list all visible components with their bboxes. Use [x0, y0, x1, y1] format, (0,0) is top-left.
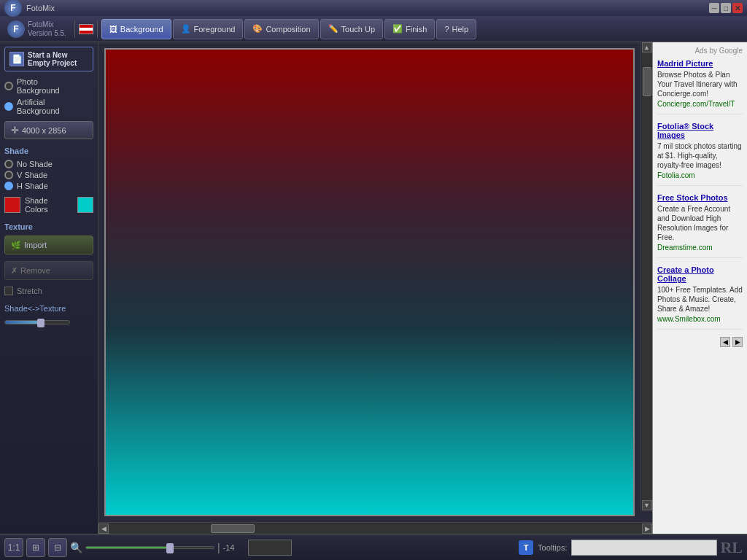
ads-prev-button[interactable]: ◀ — [720, 337, 730, 347]
ads-next-button[interactable]: ▶ — [732, 337, 743, 347]
ad-block-2: Free Stock Photos Create a Free Account … — [657, 193, 743, 258]
artificial-bg-label: ArtificialBackground — [17, 98, 60, 115]
v-shade-radio[interactable]: V Shade — [4, 171, 93, 179]
ad-text-1: 7 mil stock photos starting at $1. High-… — [657, 141, 743, 170]
photo-background-radio[interactable]: PhotoBackground — [4, 77, 93, 95]
tooltip-bar: T Tooltips: — [519, 540, 717, 556]
help-tab[interactable]: ? Help — [436, 19, 476, 39]
shade-options-group: No Shade V Shade H Shade — [4, 160, 93, 190]
touchup-tab[interactable]: ✏️ Touch Up — [320, 19, 383, 39]
ad-text-2: Create a Free Account and Download High … — [657, 204, 743, 242]
ad-text-3: 100+ Free Templates. Add Photos & Music.… — [657, 285, 743, 314]
remove-icon: ✗ — [11, 266, 18, 276]
finish-tab[interactable]: ✅ Finish — [384, 19, 435, 39]
zoom-value: -14 — [223, 543, 245, 552]
logo-area: F FotoMix Version 5.5. — [3, 20, 71, 38]
grid-button[interactable]: ⊟ — [48, 538, 67, 557]
import-button[interactable]: 🌿 Import — [4, 236, 93, 254]
shade-texture-track[interactable] — [4, 320, 70, 324]
watermark: RL — [720, 538, 743, 557]
tooltip-input[interactable] — [571, 540, 717, 556]
shade-color-2-swatch[interactable] — [77, 197, 93, 213]
help-icon: ? — [444, 25, 449, 34]
no-shade-radio[interactable]: No Shade — [4, 160, 93, 168]
artificial-background-radio[interactable]: ArtificialBackground — [4, 98, 93, 115]
size-button[interactable]: ✛ 4000 x 2856 — [4, 121, 93, 139]
new-project-label: Start a New Empty Project — [28, 51, 77, 67]
foreground-icon: 👤 — [181, 24, 191, 34]
size-icon: ✛ — [11, 125, 19, 136]
scroll-down-button[interactable]: ▼ — [642, 500, 652, 510]
finish-icon: ✅ — [392, 24, 403, 34]
app-version: FotoMix Version 5.5. — [28, 20, 66, 38]
ad-url-0[interactable]: Concierge.com/Travel/T — [657, 100, 743, 108]
texture-section-label: Texture — [4, 222, 93, 231]
v-shade-label: V Shade — [17, 171, 47, 179]
maximize-button[interactable]: □ — [721, 3, 731, 13]
ad-title-2[interactable]: Free Stock Photos — [657, 193, 743, 202]
help-label: Help — [452, 25, 469, 34]
vertical-scrollbar[interactable]: ▲ ▼ — [640, 42, 652, 510]
remove-button[interactable]: ✗ Remove — [4, 261, 93, 280]
vertical-scroll-thumb[interactable] — [643, 67, 651, 96]
toolbar-separator-1 — [74, 20, 75, 38]
horizontal-scrollbar[interactable]: ◀ ▶ — [98, 522, 652, 534]
toolbar-separator-2 — [97, 20, 98, 38]
tooltip-label: Tooltips: — [538, 543, 567, 552]
shade-texture-thumb[interactable] — [37, 319, 44, 327]
artificial-bg-radio-dot — [4, 102, 13, 111]
zoom-input[interactable] — [248, 540, 292, 556]
ad-block-0: Madrid Picture Browse Photos & Plan Your… — [657, 59, 743, 114]
stretch-row: Stretch — [4, 287, 93, 295]
scroll-right-button[interactable]: ▶ — [642, 524, 652, 534]
gradient-canvas[interactable] — [104, 48, 635, 516]
import-icon: 🌿 — [11, 241, 21, 250]
composition-tab[interactable]: 🎨 Composition — [244, 19, 318, 39]
zoom-1-1-button[interactable]: 1:1 — [4, 538, 23, 557]
shade-colors-label: Shade Colors — [25, 196, 73, 214]
ad-url-1[interactable]: Fotolia.com — [657, 171, 743, 179]
size-label: 4000 x 2856 — [22, 126, 66, 135]
photo-bg-radio-dot — [4, 82, 13, 90]
main-content: 📄 Start a New Empty Project PhotoBackgro… — [0, 42, 747, 534]
h-shade-dot — [4, 182, 13, 190]
shade-texture-label: Shade<->Texture — [4, 304, 93, 313]
shade-color-1-swatch[interactable] — [4, 197, 20, 213]
stretch-label: Stretch — [17, 287, 42, 295]
foreground-tab[interactable]: 👤 Foreground — [173, 19, 244, 39]
shade-section-label: Shade — [4, 147, 93, 155]
minimize-button[interactable]: ─ — [709, 3, 719, 13]
photo-bg-label: PhotoBackground — [17, 77, 60, 95]
zoom-out-icon[interactable]: 🔍 — [70, 542, 82, 553]
horizontal-scroll-thumb[interactable] — [211, 524, 255, 533]
zoom-thumb[interactable] — [166, 543, 174, 553]
zoom-track[interactable] — [85, 546, 214, 549]
ad-url-2[interactable]: Dreamstime.com — [657, 244, 743, 252]
titlebar-controls[interactable]: ─ □ ✕ — [709, 3, 743, 13]
ads-header: Ads by Google — [657, 47, 743, 55]
flag-icon[interactable] — [79, 24, 93, 34]
tooltip-icon: T — [519, 540, 533, 555]
ad-title-0[interactable]: Madrid Picture — [657, 59, 743, 68]
close-button[interactable]: ✕ — [732, 3, 743, 13]
vertical-scroll-track[interactable] — [642, 52, 652, 500]
zoom-fill — [86, 547, 169, 548]
scroll-up-button[interactable]: ▲ — [642, 42, 652, 52]
background-tab[interactable]: 🖼 Background — [101, 19, 171, 39]
new-project-icon: 📄 — [9, 52, 24, 66]
new-project-button[interactable]: 📄 Start a New Empty Project — [4, 47, 93, 71]
horizontal-scroll-track[interactable] — [109, 524, 642, 534]
ad-title-1[interactable]: Fotolia® Stock Images — [657, 122, 743, 139]
zoom-slider-area: 🔍 | -14 — [70, 540, 292, 556]
scroll-left-button[interactable]: ◀ — [98, 524, 109, 534]
h-shade-radio[interactable]: H Shade — [4, 182, 93, 190]
fotomix-logo: F — [7, 20, 25, 38]
ad-url-3[interactable]: www.Smilebox.com — [657, 315, 743, 323]
background-type-group: PhotoBackground ArtificialBackground — [4, 76, 93, 117]
zoom-fit-button[interactable]: ⊞ — [26, 538, 45, 557]
shade-colors-row: Shade Colors — [4, 195, 93, 215]
ad-title-3[interactable]: Create a Photo Collage — [657, 265, 743, 283]
no-shade-label: No Shade — [17, 160, 53, 168]
stretch-checkbox[interactable] — [4, 287, 13, 295]
titlebar: F FotoMix ─ □ ✕ — [0, 0, 747, 16]
